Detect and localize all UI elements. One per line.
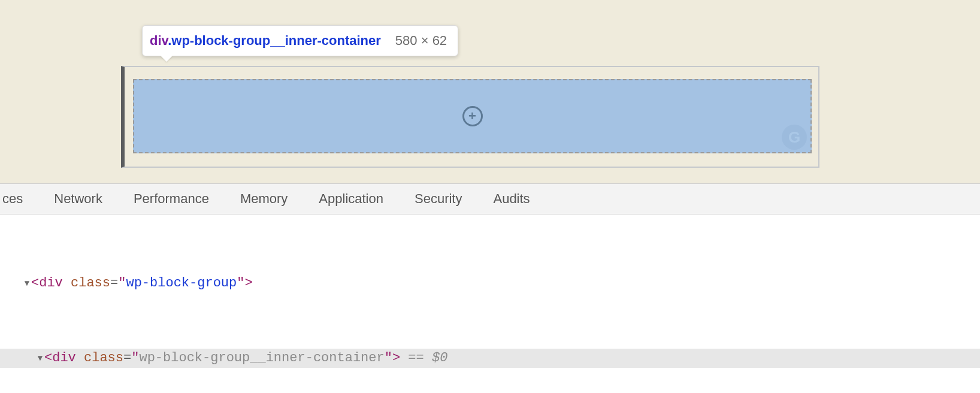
page-preview-area: div.wp-block-group__inner-container 580 … <box>0 0 980 183</box>
tab-network[interactable]: Network <box>54 191 102 207</box>
inspector-highlight-rect[interactable]: + G <box>133 79 812 153</box>
tooltip-classname: .wp-block-group__inner-container <box>168 33 381 48</box>
block-group-outline[interactable]: + G <box>121 66 819 168</box>
grammarly-icon[interactable]: G <box>782 125 807 150</box>
add-block-button[interactable]: + <box>462 106 483 126</box>
tab-application[interactable]: Application <box>319 191 383 207</box>
tab-audits[interactable]: Audits <box>493 191 530 207</box>
element-inspect-tooltip: div.wp-block-group__inner-container 580 … <box>142 25 458 56</box>
elements-dom-tree[interactable]: <div class="wp-block-group"> <div class=… <box>0 214 980 393</box>
dom-node-group[interactable]: <div class="wp-block-group"> <box>0 274 980 293</box>
tooltip-dimensions: 580 × 62 <box>395 32 447 50</box>
console-ref-zero: == $0 <box>400 350 447 365</box>
tab-performance[interactable]: Performance <box>134 191 209 207</box>
tooltip-tagname: div <box>150 33 168 48</box>
dom-node-inner-container[interactable]: <div class="wp-block-group__inner-contai… <box>0 349 980 368</box>
tooltip-selector: div.wp-block-group__inner-container <box>150 32 381 50</box>
tab-memory[interactable]: Memory <box>240 191 288 207</box>
grammarly-letter: G <box>788 128 800 147</box>
expand-caret-icon[interactable] <box>23 274 31 293</box>
tab-security[interactable]: Security <box>415 191 462 207</box>
expand-caret-icon[interactable] <box>36 349 44 368</box>
tab-partial-sources[interactable]: ces <box>0 191 23 207</box>
devtools-tab-bar: ces Network Performance Memory Applicati… <box>0 183 980 214</box>
plus-icon: + <box>468 110 476 123</box>
